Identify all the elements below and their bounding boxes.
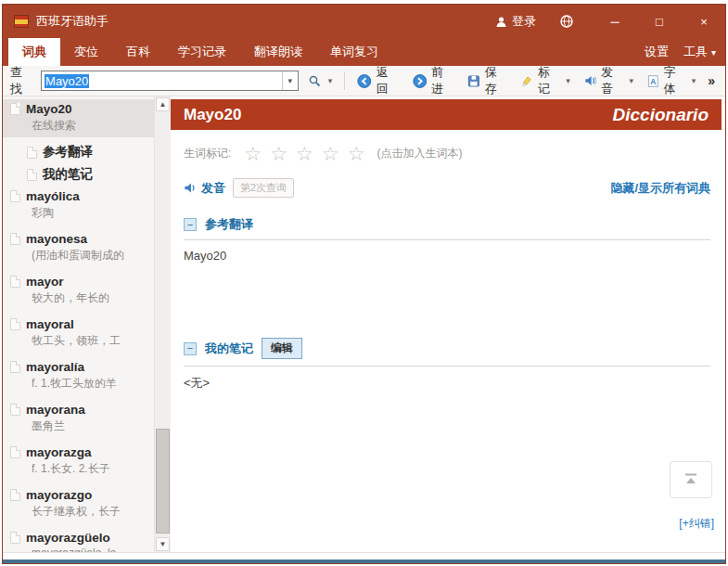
forward-button[interactable]: 前进 <box>408 61 458 100</box>
word-list-item[interactable]: mayoral 牧工头，领班，工 <box>3 315 154 353</box>
toolbar-separator <box>344 71 345 90</box>
tab[interactable]: 变位 <box>60 38 112 66</box>
tab[interactable]: 词典 <box>8 38 60 66</box>
collapse-icon[interactable] <box>184 218 197 231</box>
document-icon <box>27 169 37 181</box>
forward-icon <box>413 73 428 89</box>
word-list-item[interactable]: 我的笔记 <box>23 164 154 185</box>
entry-body: 生词标记: ☆☆☆☆☆ (点击加入生词本) 发音 第2次查询 隐藏/显示所有词典 <box>171 130 725 552</box>
minimize-button[interactable]: ─ <box>605 15 625 29</box>
app-icon <box>14 15 29 28</box>
pronounce-button[interactable]: 发音 <box>580 61 638 100</box>
save-button[interactable]: 保存 <box>463 61 512 100</box>
login-button[interactable]: 登录 <box>495 13 536 30</box>
word-gloss: (用油和蛋调制成的 <box>32 248 150 264</box>
back-icon <box>357 73 372 89</box>
word-list-item[interactable]: mayorazgo 长子继承权，长子 <box>3 485 154 523</box>
close-button[interactable]: × <box>694 15 714 29</box>
entry-header: Mayo20 Diccionario <box>171 99 722 130</box>
section-reference-translation: 参考翻译 Mayo20 <box>184 216 710 306</box>
document-icon <box>10 276 20 288</box>
reference-translation-text: Mayo20 <box>184 249 710 306</box>
font-icon: A <box>647 74 659 88</box>
svg-text:A: A <box>650 76 656 85</box>
section-divider <box>184 239 710 240</box>
word-label: 我的笔记 <box>43 166 93 183</box>
document-icon <box>10 318 20 330</box>
maximize-button[interactable]: □ <box>649 15 670 29</box>
word-gloss: 在线搜索 <box>32 118 150 134</box>
back-to-top-button[interactable] <box>670 461 712 498</box>
dictionary-content: Mayo20 Diccionario 生词标记: ☆☆☆☆☆ (点击加入生词本) <box>171 96 725 552</box>
pronounce-link[interactable]: 发音 <box>184 180 225 197</box>
statusbar <box>3 552 725 563</box>
dictionary-name: Diccionario <box>613 105 709 125</box>
word-list-item[interactable]: mayor 较大的，年长的 <box>3 272 154 310</box>
titlebar: 西班牙语助手 登录 ─ □ × <box>3 5 725 38</box>
tools-menu-button[interactable]: 工具 <box>683 44 716 60</box>
tab[interactable]: 百科 <box>112 38 164 66</box>
star-rating[interactable]: ☆☆☆☆☆ <box>244 144 373 163</box>
document-icon <box>10 361 20 373</box>
word-label: mayoral <box>26 317 74 331</box>
font-button[interactable]: A 字体 <box>643 61 700 100</box>
word-list-item[interactable]: mayólica 彩陶 <box>3 187 154 225</box>
section-divider <box>184 366 710 367</box>
pronounce-row: 发音 第2次查询 隐藏/显示所有词典 <box>184 178 710 198</box>
word-list-item[interactable]: 参考翻译 <box>23 142 154 162</box>
search-input[interactable]: Mayo20 <box>41 71 299 91</box>
settings-button[interactable]: 设置 <box>645 44 669 60</box>
word-label: 参考翻译 <box>43 144 93 161</box>
word-list-item[interactable]: Mayo20 在线搜索 <box>3 99 154 137</box>
toolbar-overflow-button[interactable]: » <box>705 73 718 88</box>
word-list-item[interactable]: mayorana 墨角兰 <box>3 400 154 438</box>
word-label: mayorazgüelo <box>26 531 110 545</box>
main-area: Mayo20 在线搜索 参考翻译 我的笔记 <box>3 96 725 552</box>
scrollbar-thumb[interactable] <box>156 429 170 534</box>
sidebar-word-list: Mayo20 在线搜索 参考翻译 我的笔记 <box>3 96 154 552</box>
word-list-item[interactable]: mayorazgüelo mayorazgüelo, la <box>3 528 154 552</box>
highlighter-icon <box>520 74 532 88</box>
arrow-up-icon <box>682 472 700 487</box>
document-icon <box>10 190 20 202</box>
back-button[interactable]: 返回 <box>352 61 402 100</box>
word-label: mayor <box>26 275 64 289</box>
document-icon <box>10 532 20 544</box>
word-gloss: 彩陶 <box>32 205 150 221</box>
document-icon <box>10 446 20 458</box>
word-gloss: 较大的，年长的 <box>32 290 150 306</box>
word-label: mayorazga <box>26 445 92 459</box>
toolbar: 查找 Mayo20 返回 前进 <box>3 66 725 96</box>
toggle-dictionaries-link[interactable]: 隐藏/显示所有词典 <box>610 180 710 197</box>
save-icon <box>467 74 480 88</box>
document-icon <box>10 489 20 501</box>
word-gloss: 牧工头，领班，工 <box>32 333 150 349</box>
document-icon <box>10 233 20 245</box>
scroll-up-icon[interactable] <box>156 97 170 111</box>
search-input-value: Mayo20 <box>45 74 89 88</box>
tab[interactable]: 翻译朗读 <box>240 38 316 66</box>
section-my-notes: 我的笔记 编辑 <无> <box>184 338 710 392</box>
speaker-icon <box>584 74 596 87</box>
sidebar-scrollbar[interactable] <box>154 96 171 552</box>
correction-link[interactable]: [+纠错] <box>679 516 714 532</box>
word-list-item[interactable]: mayonesa (用油和蛋调制成的 <box>3 229 154 267</box>
word-list-item[interactable]: mayoralía f. 1.牧工头放的羊 <box>3 357 154 395</box>
word-label: mayoralía <box>26 360 84 374</box>
mark-button[interactable]: 标记 <box>516 61 574 100</box>
document-icon <box>27 147 37 159</box>
word-gloss: f. 1.牧工头放的羊 <box>32 376 150 392</box>
edit-note-button[interactable]: 编辑 <box>262 338 302 359</box>
globe-icon[interactable] <box>560 15 581 28</box>
word-label: mayorana <box>26 403 85 417</box>
search-button[interactable] <box>303 71 338 91</box>
word-label: mayonesa <box>26 232 87 246</box>
document-icon <box>10 404 20 416</box>
app-window: 西班牙语助手 登录 ─ □ × <box>2 4 726 564</box>
scroll-down-icon[interactable] <box>156 537 170 551</box>
speaker-icon <box>184 182 197 194</box>
collapse-icon[interactable] <box>184 342 197 355</box>
search-history-dropdown[interactable] <box>282 71 298 90</box>
tab[interactable]: 学习记录 <box>164 38 240 66</box>
word-list-item[interactable]: mayorazga f. 1.长女. 2.长子 <box>3 443 154 481</box>
